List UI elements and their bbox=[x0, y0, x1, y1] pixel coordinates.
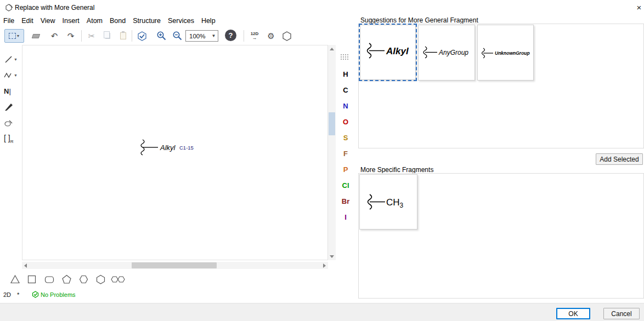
menu-item-structure[interactable]: Structure bbox=[131, 16, 166, 27]
status-modified-indicator: * bbox=[17, 291, 19, 298]
chevron-down-icon: ▼ bbox=[16, 34, 20, 38]
ok-button[interactable]: OK bbox=[556, 308, 590, 319]
element-item-I[interactable]: I bbox=[339, 213, 352, 221]
menu-item-bond[interactable]: Bond bbox=[108, 16, 131, 27]
dialog-button-bar bbox=[0, 303, 644, 321]
close-icon[interactable]: × bbox=[634, 3, 644, 12]
paste-button[interactable] bbox=[116, 29, 130, 43]
menu-item-file[interactable]: File bbox=[1, 16, 19, 27]
card-label: Alkyl bbox=[386, 46, 409, 56]
cut-button[interactable]: ✂ bbox=[84, 29, 99, 43]
v-scroll-thumb[interactable] bbox=[329, 112, 335, 135]
fused-rings-icon bbox=[110, 275, 126, 284]
element-item-O[interactable]: O bbox=[339, 118, 352, 126]
card-label: UnknownGroup bbox=[495, 50, 530, 56]
menu-item-insert[interactable]: Insert bbox=[60, 16, 84, 27]
undo-button[interactable]: ↶ bbox=[47, 29, 61, 43]
window-title: Replace with More General bbox=[15, 4, 94, 12]
text-tool-button[interactable]: N| bbox=[2, 84, 20, 98]
select-tool-button[interactable]: ▼ bbox=[4, 29, 24, 43]
triangle-template-button[interactable] bbox=[8, 272, 22, 286]
suggestion-card-alkyl[interactable]: Alkyl bbox=[360, 25, 416, 80]
copy-button[interactable] bbox=[100, 29, 115, 43]
scissors-icon: ✂ bbox=[88, 32, 95, 40]
vertical-scrollbar[interactable] bbox=[328, 45, 336, 260]
card-formula: CH3 bbox=[386, 197, 404, 209]
ring-template-button[interactable] bbox=[280, 29, 294, 43]
scroll-up-button[interactable] bbox=[328, 45, 336, 53]
main-toolbar: ▼ ↶ ↷ ✂ bbox=[0, 27, 358, 44]
scroll-right-icon bbox=[323, 263, 326, 268]
pentagon-template-button[interactable] bbox=[59, 272, 74, 286]
settings-button[interactable]: ⚙ bbox=[264, 29, 278, 43]
scroll-left-button[interactable] bbox=[22, 262, 29, 269]
square-template-button[interactable] bbox=[25, 272, 39, 286]
eraser-button[interactable] bbox=[29, 29, 43, 43]
element-item-Cl[interactable]: Cl bbox=[339, 181, 352, 190]
horizontal-scrollbar[interactable] bbox=[22, 262, 328, 269]
hexagon-template-button[interactable] bbox=[76, 272, 91, 286]
check-structure-icon bbox=[137, 31, 148, 42]
help-icon: ? bbox=[229, 31, 233, 39]
bond-icon bbox=[4, 55, 13, 64]
scroll-up-icon bbox=[330, 48, 334, 50]
specific-panel: CH3 bbox=[358, 173, 644, 299]
element-item-S[interactable]: S bbox=[339, 134, 352, 142]
fused-rings-template-button[interactable] bbox=[109, 272, 127, 286]
scroll-down-icon bbox=[330, 255, 334, 258]
menu-item-services[interactable]: Services bbox=[166, 16, 199, 27]
rounded-square-icon bbox=[44, 274, 55, 284]
triangle-icon bbox=[10, 274, 20, 284]
hexagon2-template-button[interactable] bbox=[93, 272, 108, 286]
specific-title: More Specific Fragments bbox=[360, 166, 433, 174]
selection-rect-icon bbox=[9, 33, 16, 39]
element-item-H[interactable]: H bbox=[339, 70, 352, 78]
element-item-C[interactable]: C bbox=[339, 86, 352, 94]
suggestion-card-unknowngroup[interactable]: UnknownGroup bbox=[477, 25, 534, 81]
menu-item-help[interactable]: Help bbox=[199, 16, 221, 27]
chain-tool-button[interactable]: ▼ bbox=[2, 68, 20, 82]
no-problems-icon bbox=[32, 291, 39, 298]
zoom-level-select[interactable]: 100% ▼ bbox=[185, 30, 218, 42]
periodic-table-button[interactable] bbox=[340, 53, 349, 62]
chain-icon bbox=[4, 71, 13, 79]
redo-icon: ↷ bbox=[67, 32, 75, 40]
check-structure-button[interactable] bbox=[135, 29, 149, 43]
element-item-N[interactable]: N bbox=[339, 102, 352, 110]
help-button[interactable]: ? bbox=[225, 30, 236, 41]
zoom-out-button[interactable] bbox=[170, 29, 184, 43]
menu-item-atom[interactable]: Atom bbox=[84, 16, 108, 27]
bond-tool-button[interactable]: ▼ bbox=[2, 52, 20, 66]
grid-icon bbox=[340, 54, 349, 60]
app-icon bbox=[4, 3, 13, 12]
specific-card-ch3[interactable]: CH3 bbox=[359, 174, 417, 230]
menu-item-edit[interactable]: Edit bbox=[19, 16, 38, 27]
chevron-down-icon: ▼ bbox=[14, 73, 18, 77]
cancel-button[interactable]: Cancel bbox=[603, 308, 640, 319]
app-window: Replace with More General × File Edit Vi… bbox=[0, 0, 644, 321]
redo-button[interactable]: ↷ bbox=[64, 29, 78, 43]
lasso-tool-button[interactable] bbox=[2, 116, 20, 130]
status-mode: 2D bbox=[3, 291, 11, 298]
menu-item-view[interactable]: View bbox=[38, 16, 60, 27]
add-selected-button[interactable]: Add Selected bbox=[596, 153, 643, 165]
scroll-down-button[interactable] bbox=[328, 253, 336, 260]
zoom-in-button[interactable] bbox=[154, 29, 168, 43]
element-item-F[interactable]: F bbox=[339, 150, 352, 158]
fragment-drawing[interactable]: Alkyl C1-15 bbox=[136, 138, 207, 158]
clean-structure-button[interactable]: 12D → bbox=[247, 29, 262, 43]
rgroup-bracket-button[interactable]: [ ]R bbox=[2, 131, 20, 146]
paste-icon bbox=[120, 32, 126, 39]
hexagon-icon bbox=[281, 31, 292, 42]
suggestions-panel: Alkyl AnyGroup UnknownGroup bbox=[358, 24, 644, 148]
element-item-P[interactable]: P bbox=[339, 165, 352, 174]
h-scroll-thumb[interactable] bbox=[132, 262, 217, 268]
wedge-tool-button[interactable] bbox=[2, 100, 20, 114]
scroll-right-button[interactable] bbox=[321, 262, 328, 269]
eraser-icon bbox=[31, 34, 40, 38]
copy-icon bbox=[105, 33, 110, 39]
suggestion-card-anygroup[interactable]: AnyGroup bbox=[418, 25, 475, 81]
rounded-square-template-button[interactable] bbox=[42, 272, 57, 286]
title-bar: Replace with More General × bbox=[0, 0, 644, 15]
element-item-Br[interactable]: Br bbox=[339, 197, 352, 205]
